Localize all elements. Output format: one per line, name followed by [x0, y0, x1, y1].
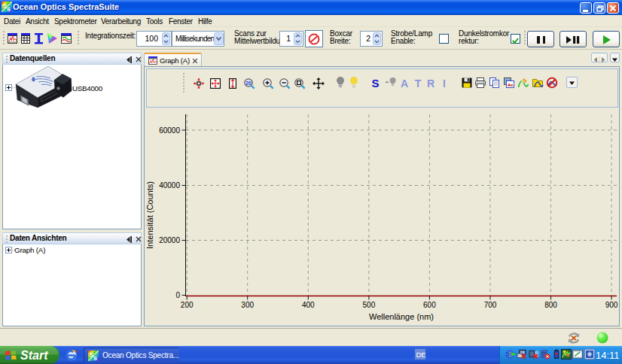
svg-text:Start: Start	[20, 349, 48, 362]
svg-text:60000: 60000	[159, 126, 180, 135]
svg-text:Wellenlänge (nm): Wellenlänge (nm)	[369, 312, 434, 321]
svg-text:A: A	[401, 77, 408, 89]
svg-text:T: T	[415, 77, 422, 89]
svg-text:I: I	[443, 77, 446, 89]
svg-text:0: 0	[175, 291, 180, 299]
svg-text:20: 20	[245, 80, 252, 86]
svg-text:Intensität (Counts): Intensität (Counts)	[145, 181, 154, 249]
svg-text:400: 400	[302, 301, 315, 309]
svg-text:500: 500	[363, 301, 376, 309]
svg-text:800: 800	[544, 301, 557, 309]
svg-text:20000: 20000	[159, 236, 180, 244]
svg-text:S: S	[371, 77, 379, 89]
svg-text:40000: 40000	[159, 181, 180, 190]
svg-text:700: 700	[484, 301, 497, 309]
svg-text:s: s	[7, 5, 11, 12]
svg-text:R: R	[427, 77, 434, 89]
svg-text:s: s	[93, 354, 97, 361]
svg-text:900: 900	[605, 301, 618, 309]
svg-text:300: 300	[241, 301, 254, 309]
svg-text:600: 600	[423, 301, 436, 309]
svg-text:200: 200	[181, 301, 194, 309]
